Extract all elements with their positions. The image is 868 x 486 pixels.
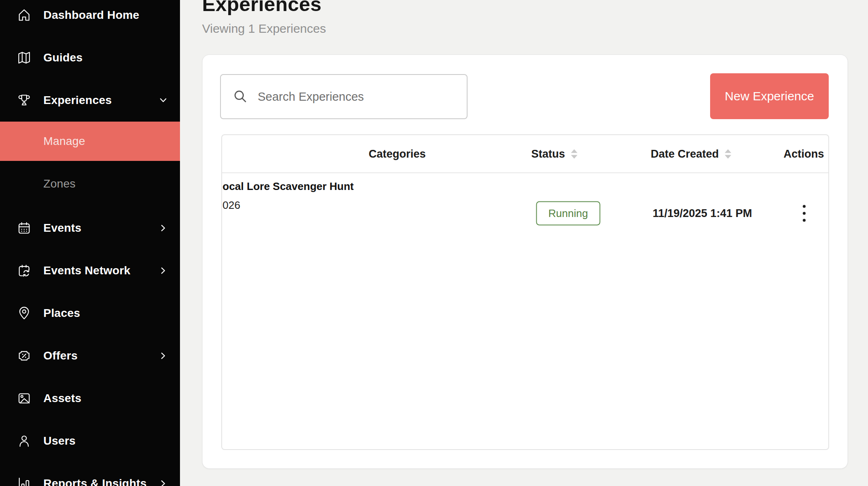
sidebar-item-label: Events	[43, 222, 81, 235]
column-header-categories[interactable]: Categories	[369, 148, 426, 160]
sort-icon[interactable]	[571, 149, 577, 159]
sidebar-item-label: Zones	[43, 177, 76, 190]
sidebar-item-label: Dashboard Home	[43, 9, 139, 22]
chevron-right-icon	[157, 222, 169, 234]
sidebar-item-label: Places	[43, 307, 80, 320]
date-created-value: 11/19/2025 1:41 PM	[652, 207, 752, 220]
chevron-right-icon	[157, 477, 169, 486]
chevron-right-icon	[157, 350, 169, 362]
column-header-label: Actions	[783, 148, 824, 160]
sidebar-item-users[interactable]: Users	[0, 420, 180, 462]
image-icon	[16, 391, 32, 406]
column-header-date-created[interactable]: Date Created	[651, 148, 731, 160]
search-box	[220, 74, 468, 119]
sidebar-item-label: Assets	[43, 392, 81, 405]
sidebar-item-label: Users	[43, 434, 76, 448]
sidebar-item-manage[interactable]: Manage	[0, 122, 180, 161]
page-subtitle: Viewing 1 Experiences	[202, 21, 868, 36]
experience-name-line2: 026	[223, 199, 240, 212]
sidebar-item-dashboard-home[interactable]: Dashboard Home	[0, 0, 180, 36]
sidebar-item-offers[interactable]: Offers	[0, 335, 180, 377]
page-title: Experiences	[202, 0, 868, 15]
sidebar-item-label: Guides	[43, 51, 83, 64]
row-actions-kebab-icon[interactable]	[800, 202, 809, 225]
sidebar-item-experiences[interactable]: Experiences	[0, 79, 180, 122]
home-icon	[16, 7, 32, 23]
column-header-status[interactable]: Status	[531, 148, 578, 160]
sidebar-item-events[interactable]: Events	[0, 207, 180, 249]
user-icon	[16, 433, 32, 449]
status-badge: Running	[536, 201, 600, 226]
new-experience-button[interactable]: New Experience	[710, 73, 829, 119]
sidebar-item-reports-insights[interactable]: Reports & Insights	[0, 462, 180, 486]
calendar-sync-icon	[16, 263, 32, 278]
sidebar-item-label: Manage	[43, 135, 85, 148]
sort-icon[interactable]	[724, 149, 731, 159]
sidebar-item-places[interactable]: Places	[0, 292, 180, 335]
column-header-label: Categories	[369, 148, 426, 160]
column-header-label: Status	[531, 148, 565, 160]
sidebar-item-guides[interactable]: Guides	[0, 36, 180, 79]
column-header-actions: Actions	[783, 148, 824, 160]
experience-name: ocal Lore Scavenger Hunt	[223, 180, 354, 193]
sidebar-item-label: Offers	[43, 349, 78, 362]
sidebar: Dashboard Home Guides Experiences M	[0, 0, 180, 486]
sidebar-item-label: Events Network	[43, 264, 130, 277]
sidebar-item-events-network[interactable]: Events Network	[0, 249, 180, 292]
search-icon	[232, 88, 249, 105]
calendar-icon	[16, 220, 32, 236]
sidebar-nav: Dashboard Home Guides Experiences M	[0, 0, 180, 486]
search-input[interactable]	[258, 90, 454, 104]
table-header-divider	[222, 172, 828, 173]
ticket-icon	[16, 348, 32, 364]
sidebar-item-label: Experiences	[43, 94, 112, 107]
content-card: New Experience Categories Status Date Cr…	[202, 54, 848, 469]
bar-chart-icon	[16, 476, 32, 486]
experiences-table: Categories Status Date Created Actions o…	[221, 134, 829, 450]
map-icon	[16, 50, 32, 66]
sidebar-item-label: Reports & Insights	[43, 477, 147, 486]
sidebar-item-assets[interactable]: Assets	[0, 377, 180, 420]
sidebar-item-zones[interactable]: Zones	[0, 161, 180, 207]
chevron-down-icon	[157, 94, 169, 106]
main-content: Experiences Viewing 1 Experiences New Ex…	[180, 0, 868, 486]
trophy-icon	[16, 93, 32, 108]
map-pin-icon	[16, 305, 32, 321]
chevron-right-icon	[157, 264, 169, 277]
column-header-label: Date Created	[651, 148, 719, 160]
